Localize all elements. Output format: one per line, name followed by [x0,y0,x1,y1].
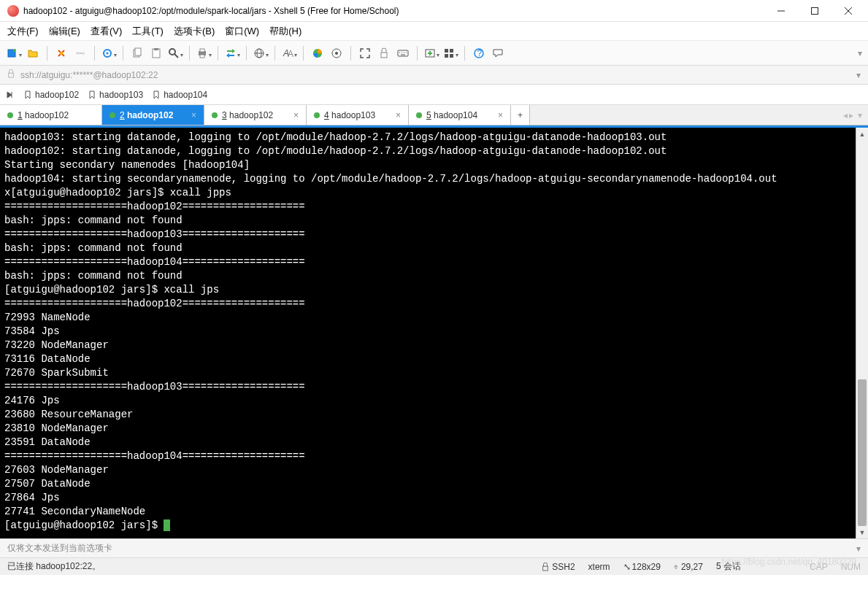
menu-window[interactable]: 窗口(W) [225,25,259,38]
app-icon [7,5,19,17]
tab-close-icon[interactable]: × [498,110,503,120]
svg-point-28 [335,52,338,55]
vertical-scrollbar[interactable]: ▲ ▼ [856,128,868,538]
tab-4[interactable]: 4 hadoop103× [307,105,409,125]
address-url[interactable]: ssh://atguigu:******@hadoop102:22 [20,70,158,80]
quickbar-item-2[interactable]: hadoop104 [152,90,207,100]
scroll-up-icon[interactable]: ▲ [856,128,868,140]
svg-rect-42 [450,54,453,58]
svg-rect-46 [543,566,548,571]
disconnect-button[interactable] [72,45,88,61]
quickbar: hadoop102 hadoop103 hadoop104 [0,85,868,105]
tab-2[interactable]: 2 hadoop102× [102,105,204,125]
addressbar: ssh://atguigu:******@hadoop102:22 ▾ [0,66,868,85]
print-button[interactable] [196,45,212,61]
menu-help[interactable]: 帮助(H) [269,25,302,38]
svg-rect-45 [9,73,14,77]
chat-button[interactable] [490,45,506,61]
terminal-area: hadoop103: starting datanode, logging to… [0,128,868,538]
maximize-button[interactable] [798,1,831,21]
open-button[interactable] [25,45,41,61]
svg-rect-30 [398,50,408,56]
status-dot-icon [416,112,422,118]
status-term: xterm [588,562,610,572]
close-button[interactable] [831,1,865,21]
status-dot-icon [7,112,13,118]
language-button[interactable] [253,45,269,61]
tab-3[interactable]: 3 hadoop102× [204,105,307,125]
scroll-down-icon[interactable]: ▼ [856,526,868,538]
color-button[interactable] [310,45,326,61]
menu-view[interactable]: 查看(V) [91,25,122,38]
transfer-button[interactable] [224,45,240,61]
quickbar-forward-icon[interactable] [6,90,15,99]
status-connected: 已连接 hadoop102:22。 [7,560,529,573]
svg-rect-19 [200,49,204,52]
send-bar-chevron-icon[interactable]: ▾ [856,544,861,554]
new-session-button[interactable] [6,45,22,61]
toolbar: AA ? ▾ [0,41,868,66]
lock-button[interactable] [376,45,392,61]
properties-button[interactable] [101,45,117,61]
menubar: 文件(F) 编辑(E) 查看(V) 工具(T) 选项卡(B) 窗口(W) 帮助(… [0,22,868,41]
svg-point-16 [169,49,175,55]
address-dropdown-icon[interactable]: ▾ [856,70,861,80]
status-dot-icon [212,112,218,118]
paste-button[interactable] [148,45,164,61]
window-title: hadoop102 - atguigu@hadoop102:/opt/modul… [23,6,764,16]
window-controls [764,1,865,21]
scroll-thumb[interactable] [858,379,867,526]
copy-button[interactable] [129,45,145,61]
svg-rect-41 [445,54,448,58]
status-size: ⤡ 128x29 [623,562,661,572]
menu-tools[interactable]: 工具(T) [132,25,164,38]
menu-edit[interactable]: 编辑(E) [49,25,80,38]
fullscreen-button[interactable] [357,45,373,61]
status-dot-icon [110,112,115,118]
statusbar: 已连接 hadoop102:22。 SSH2 xterm ⤡ 128x29 ⎀2… [0,557,868,575]
new-tab-button[interactable] [423,45,439,61]
font-button[interactable]: AA [281,45,297,61]
scroll-track[interactable] [856,140,868,526]
svg-point-9 [82,52,85,55]
status-dot-icon [314,112,320,118]
tab-5[interactable]: 5 hadoop104× [409,105,511,125]
help-button[interactable]: ? [471,45,487,61]
svg-text:?: ? [477,48,483,58]
svg-point-11 [106,52,108,54]
titlebar: hadoop102 - atguigu@hadoop102:/opt/modul… [0,0,868,22]
svg-rect-29 [381,53,387,58]
tab-1[interactable]: 1 hadoop102 [0,105,102,125]
quickbar-item-1[interactable]: hadoop103 [88,90,143,100]
send-bar-text: 仅将文本发送到当前选项卡 [7,542,112,554]
send-bar[interactable]: 仅将文本发送到当前选项卡 ▾ [0,538,868,557]
terminal-output[interactable]: hadoop103: starting datanode, logging to… [0,128,856,538]
svg-rect-1 [812,7,818,14]
tab-close-icon[interactable]: × [191,110,196,120]
add-tab-button[interactable]: + [511,105,530,125]
menu-tab[interactable]: 选项卡(B) [174,25,215,38]
watermark: https://blog.csdn.net/qq_40180229 [722,557,856,567]
tab-close-icon[interactable]: × [396,110,401,120]
quickbar-item-0[interactable]: hadoop102 [23,90,79,100]
keyboard-button[interactable] [395,45,411,61]
toolbar-chevron-icon[interactable]: ▾ [858,48,862,58]
tab-close-icon[interactable]: × [293,110,299,120]
reconnect-button[interactable] [53,45,69,61]
highlight-button[interactable] [329,45,345,61]
tab-scroll-arrows[interactable]: ◂▸ ▾ [843,105,868,125]
svg-rect-20 [200,55,204,58]
find-button[interactable] [167,45,183,61]
status-proto: SSH2 [542,562,575,572]
tile-button[interactable] [442,45,458,61]
svg-rect-39 [445,49,448,53]
svg-rect-13 [135,48,141,55]
lock-icon [7,69,15,80]
status-cursor: ⎀29,27 [674,562,703,572]
minimize-button[interactable] [764,1,798,21]
svg-point-7 [60,52,63,55]
tabs: 1 hadoop102 2 hadoop102× 3 hadoop102× 4 … [0,105,868,125]
menu-file[interactable]: 文件(F) [7,25,39,38]
svg-text:A: A [288,49,293,59]
svg-rect-15 [154,48,158,50]
